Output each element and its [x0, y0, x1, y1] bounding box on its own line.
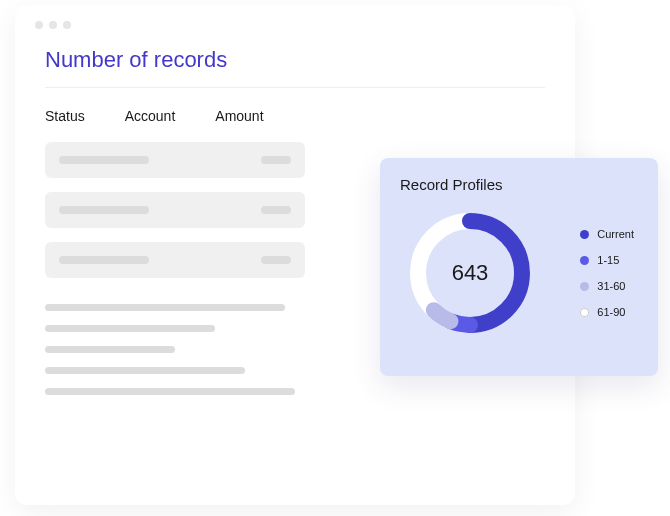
- page-title: Number of records: [45, 47, 545, 73]
- skeleton-bar: [261, 156, 291, 164]
- skeleton-line: [45, 346, 175, 353]
- window-dot-icon: [49, 21, 57, 29]
- legend-dot-icon: [580, 230, 589, 239]
- skeleton-line: [45, 325, 215, 332]
- legend-dot-icon: [580, 256, 589, 265]
- table-row: [45, 242, 305, 278]
- col-status: Status: [45, 108, 85, 124]
- skeleton-bar: [261, 206, 291, 214]
- legend-item-current: Current: [580, 228, 634, 240]
- record-profiles-card: Record Profiles 643 Current 1-15: [380, 158, 658, 376]
- card-title: Record Profiles: [400, 176, 638, 193]
- table-row: [45, 192, 305, 228]
- skeleton-bar: [59, 206, 149, 214]
- legend-label: 61-90: [597, 306, 625, 318]
- legend-item-31-60: 31-60: [580, 280, 634, 292]
- skeleton-bar: [59, 156, 149, 164]
- legend-label: 31-60: [597, 280, 625, 292]
- skeleton-bar: [59, 256, 149, 264]
- window-controls: [15, 5, 575, 37]
- skeleton-line: [45, 304, 285, 311]
- window-dot-icon: [35, 21, 43, 29]
- col-account: Account: [125, 108, 176, 124]
- divider: [45, 87, 545, 88]
- legend-label: Current: [597, 228, 634, 240]
- col-amount: Amount: [215, 108, 263, 124]
- table-header: Status Account Amount: [45, 108, 545, 124]
- legend-item-1-15: 1-15: [580, 254, 634, 266]
- table-row: [45, 142, 305, 178]
- chart-legend: Current 1-15 31-60 61-90: [580, 228, 638, 318]
- legend-dot-icon: [580, 282, 589, 291]
- skeleton-line: [45, 388, 295, 395]
- donut-center-value: 643: [452, 260, 489, 286]
- skeleton-bar: [261, 256, 291, 264]
- legend-label: 1-15: [597, 254, 619, 266]
- skeleton-line: [45, 367, 245, 374]
- donut-chart: 643: [400, 203, 540, 343]
- window-dot-icon: [63, 21, 71, 29]
- legend-item-61-90: 61-90: [580, 306, 634, 318]
- legend-dot-icon: [580, 308, 589, 317]
